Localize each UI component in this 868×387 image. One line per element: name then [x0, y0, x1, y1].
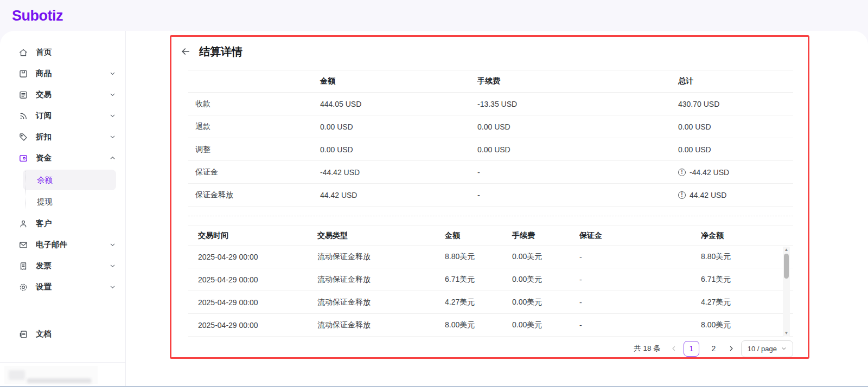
- total-cell: ! -44.42 USD: [678, 168, 793, 177]
- fee-value: 0.00 USD: [477, 122, 678, 131]
- scrollbar-thumb[interactable]: [784, 254, 789, 279]
- sidebar-item-docs[interactable]: 文档: [0, 324, 125, 345]
- scroll-down-icon[interactable]: ▼: [783, 331, 790, 336]
- row-label: 保证金释放: [188, 190, 320, 200]
- pagination-page-2[interactable]: 2: [706, 341, 722, 357]
- sidebar-item-label: 商品: [36, 68, 102, 79]
- sidebar-item-settings[interactable]: 设置: [0, 276, 125, 298]
- chevron-down-icon: [781, 346, 787, 351]
- col-net: 净金额: [701, 231, 793, 241]
- total-value: 0.00 USD: [678, 122, 793, 131]
- sidebar-item-label: 设置: [36, 282, 102, 292]
- sidebar: 首页 商品 交易: [0, 31, 126, 386]
- deposit-value: -: [579, 298, 701, 307]
- sidebar-item-label: 资金: [36, 153, 102, 163]
- back-arrow-icon[interactable]: [180, 46, 191, 57]
- sidebar-item-invoices[interactable]: 发票: [0, 255, 125, 276]
- pagination-next-icon[interactable]: [728, 345, 735, 352]
- sidebar-item-label: 首页: [36, 47, 116, 57]
- sidebar-item-customers[interactable]: 客户: [0, 213, 125, 234]
- sidebar-item-label: 折扣: [36, 132, 102, 142]
- chevron-down-icon: [110, 284, 116, 290]
- type-value: 流动保证金释放: [317, 320, 445, 330]
- chevron-down-icon: [110, 92, 116, 98]
- user-name-blurred: [27, 378, 91, 383]
- brand-logo: Subotiz: [12, 8, 63, 24]
- page-header: 结算详情: [180, 44, 793, 59]
- fee-value: -: [477, 168, 678, 177]
- sidebar-subitem-withdraw[interactable]: 提现: [23, 191, 116, 212]
- type-value: 流动保证金释放: [317, 298, 445, 307]
- table-scrollbar[interactable]: ▲ ▼: [783, 247, 790, 337]
- top-bar: Subotiz: [0, 0, 868, 31]
- amount-value: 6.71美元: [445, 275, 512, 285]
- page-size-label: 10 / page: [748, 345, 777, 353]
- transactions-icon: [18, 90, 28, 100]
- summary-col-total: 总计: [678, 76, 793, 86]
- table-row: 保证金释放 44.42 USD - ! 44.42 USD: [188, 184, 793, 207]
- sidebar-nav: 首页 商品 交易: [0, 31, 125, 298]
- total-value: 44.42 USD: [690, 191, 726, 199]
- row-label: 退款: [188, 122, 320, 132]
- net-value: 6.71美元: [701, 275, 793, 285]
- subscription-icon: [18, 111, 28, 121]
- info-circle-icon[interactable]: !: [678, 169, 686, 176]
- sidebar-item-email[interactable]: 电子邮件: [0, 234, 125, 255]
- sidebar-subitem-balance[interactable]: 余额: [23, 170, 116, 190]
- summary-header-row: 金额 手续费 总计: [188, 70, 793, 93]
- row-label: 调整: [188, 145, 320, 154]
- col-deposit: 保证金: [579, 231, 701, 241]
- settings-gear-icon: [18, 282, 28, 292]
- fee-value: 0.00美元: [512, 252, 579, 262]
- total-value: 430.70 USD: [678, 100, 793, 108]
- sidebar-divider: [0, 362, 125, 363]
- scroll-up-icon[interactable]: ▲: [783, 247, 790, 253]
- sidebar-item-products[interactable]: 商品: [0, 63, 125, 84]
- deposit-value: -: [579, 275, 701, 284]
- amount-value: 44.42 USD: [320, 191, 477, 199]
- summary-col-amount: 金额: [320, 76, 477, 86]
- amount-value: 444.05 USD: [320, 100, 477, 108]
- user-profile-blurred[interactable]: [4, 366, 98, 384]
- fee-value: -13.35 USD: [477, 100, 678, 108]
- row-label: 保证金: [188, 167, 320, 177]
- pagination-page-1[interactable]: 1: [684, 341, 699, 357]
- time-value: 2025-04-29 00:00: [188, 321, 317, 330]
- avatar: [9, 370, 25, 380]
- time-value: 2025-04-29 00:00: [188, 253, 317, 261]
- pagination: 共 18 条 1 2 10 / page: [188, 340, 793, 357]
- package-icon: [18, 69, 28, 79]
- transactions-header-row: 交易时间 交易类型 金额 手续费 保证金 净金额: [188, 225, 793, 246]
- funds-wallet-icon: [18, 153, 28, 163]
- docs-icon: [18, 330, 28, 339]
- sidebar-item-label: 订阅: [36, 111, 102, 121]
- settlement-detail-panel: 结算详情 金额 手续费 总计 收款 444.05 USD -13.35 USD …: [180, 44, 793, 357]
- sidebar-item-subscriptions[interactable]: 订阅: [0, 105, 125, 126]
- sidebar-item-home[interactable]: 首页: [0, 42, 125, 63]
- sidebar-item-label: 发票: [36, 261, 102, 271]
- page-title: 结算详情: [199, 44, 242, 59]
- time-value: 2025-04-29 00:00: [188, 275, 317, 284]
- amount-value: 8.00美元: [445, 320, 512, 330]
- page-size-select[interactable]: 10 / page: [741, 340, 793, 357]
- table-row: 调整 0.00 USD 0.00 USD 0.00 USD: [188, 138, 793, 161]
- pagination-prev-icon[interactable]: [671, 345, 677, 352]
- sidebar-item-funds[interactable]: 资金: [0, 147, 125, 169]
- table-row: 2025-04-29 00:00 流动保证金释放 4.27美元 0.00美元 -…: [188, 291, 793, 314]
- fee-value: 0.00美元: [512, 275, 579, 285]
- sidebar-item-discounts[interactable]: 折扣: [0, 126, 125, 147]
- summary-col-fee: 手续费: [477, 76, 678, 86]
- col-fee: 手续费: [512, 231, 579, 241]
- sidebar-item-label: 电子邮件: [36, 240, 102, 250]
- amount-value: 8.80美元: [445, 252, 512, 262]
- table-row: 保证金 -44.42 USD - ! -44.42 USD: [188, 161, 793, 184]
- table-row: 退款 0.00 USD 0.00 USD 0.00 USD: [188, 115, 793, 138]
- deposit-value: -: [579, 253, 701, 261]
- net-value: 8.00美元: [701, 320, 793, 330]
- info-circle-icon[interactable]: !: [678, 191, 686, 199]
- sidebar-item-label: 客户: [36, 218, 116, 229]
- net-value: 4.27美元: [701, 298, 793, 307]
- sidebar-item-transactions[interactable]: 交易: [0, 84, 125, 105]
- amount-value: 0.00 USD: [320, 145, 477, 154]
- pagination-total: 共 18 条: [634, 344, 661, 353]
